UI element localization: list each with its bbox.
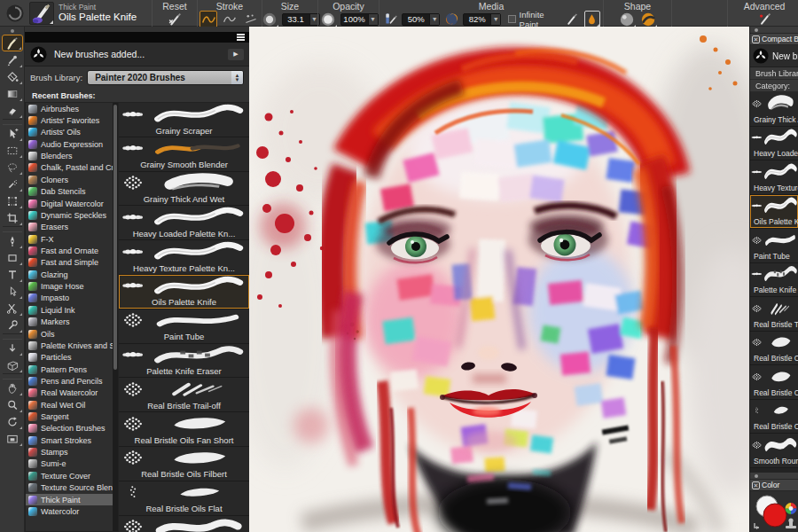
- rp-brush-variant-item[interactable]: Real Bristle Oils Filbert: [750, 365, 798, 400]
- bristle-shape-icon[interactable]: [639, 11, 657, 28]
- dab-preview-icon[interactable]: [5, 4, 25, 23]
- freehand-stroke-button[interactable]: [200, 11, 217, 28]
- brush-category-item[interactable]: Impasto: [26, 293, 118, 304]
- brush-category-item[interactable]: Particles: [26, 352, 118, 364]
- close-icon[interactable]: ✕: [752, 35, 760, 43]
- bleed-swirl-icon[interactable]: [443, 11, 459, 28]
- rect-shape-tool[interactable]: [2, 249, 23, 266]
- rp-new-brushes-banner[interactable]: New brushes added...: [750, 45, 798, 67]
- straight-stroke-button[interactable]: [221, 11, 239, 28]
- magic-wand-tool[interactable]: [2, 176, 23, 192]
- brush-category-item[interactable]: Texture Source Blendi...: [26, 482, 118, 494]
- tool-button[interactable]: [3, 226, 22, 232]
- brush-category-item[interactable]: Dab Stencils: [26, 186, 118, 198]
- dirty-brush-icon[interactable]: [565, 11, 581, 28]
- reset-brush-button[interactable]: [166, 11, 184, 28]
- rp-brush-variant-item[interactable]: Palette Knife Eraser: [750, 263, 798, 298]
- gradient-tool[interactable]: [2, 85, 23, 102]
- brush-category-item[interactable]: Erasers: [26, 222, 118, 233]
- banner-forward-button[interactable]: ▶: [228, 49, 244, 60]
- rp-brush-variant-item[interactable]: Heavy Loaded Palette Kn...: [750, 127, 798, 161]
- category-scrollbar[interactable]: [113, 103, 118, 531]
- brush-category-item[interactable]: Thick Paint: [26, 494, 118, 505]
- canvas[interactable]: [249, 27, 749, 532]
- brush-category-item[interactable]: Fast and Ornate: [26, 245, 118, 256]
- grabber-hand-tool[interactable]: [2, 379, 23, 396]
- rp-brush-variant-item[interactable]: Real Bristle Trail-off: [750, 297, 798, 332]
- color-wheel-icon[interactable]: [786, 503, 797, 514]
- perspective-tool[interactable]: [2, 356, 23, 373]
- close-icon[interactable]: ✕: [752, 481, 760, 489]
- brush-category-item[interactable]: Real Wet Oil: [26, 399, 118, 411]
- brush-category-item[interactable]: Sargent: [26, 411, 118, 422]
- brush-category-item[interactable]: Chalk, Pastel and Cra...: [26, 162, 118, 174]
- rect-select-tool[interactable]: [2, 142, 23, 159]
- opacity-value-box[interactable]: 100% ▼: [340, 13, 379, 26]
- brush-selector-flyout[interactable]: Thick Paint Oils Palette Knife: [0, 0, 149, 26]
- brush-category-item[interactable]: Cloners: [26, 174, 118, 185]
- brush-category-item[interactable]: Blenders: [26, 150, 118, 161]
- advanced-brush-settings-button[interactable]: [755, 11, 773, 28]
- brush-category-item[interactable]: Audio Expression: [26, 138, 118, 150]
- rp-brush-library-label[interactable]: Brush Library:: [750, 67, 798, 80]
- navigator-tool[interactable]: [2, 430, 23, 447]
- rp-brush-variant-item[interactable]: Grainy Thick And Wet: [750, 92, 798, 127]
- layer-adjuster-tool[interactable]: [2, 125, 23, 142]
- brush-category-item[interactable]: Fast and Simple: [26, 257, 118, 269]
- dropdown-stepper-icon[interactable]: ▲▼: [231, 71, 243, 84]
- magnifier-tool[interactable]: [2, 396, 23, 413]
- brush-variant-item[interactable]: Heavy Loaded Palette Kn...: [119, 206, 249, 240]
- resat-value-box[interactable]: 50% ▼: [402, 13, 440, 26]
- text-tool[interactable]: [2, 266, 23, 283]
- opacity-knob-icon[interactable]: [319, 11, 337, 28]
- size-knob-icon[interactable]: [261, 11, 278, 28]
- pen-tool[interactable]: [2, 232, 23, 249]
- brush-variant-item[interactable]: Real Bristle Oils Flat: [119, 481, 249, 516]
- resat-dropdown-arrow[interactable]: ▼: [429, 14, 439, 25]
- main-color-swatch[interactable]: [763, 504, 786, 527]
- brush-panel-titlebar[interactable]: [25, 32, 249, 43]
- brush-category-item[interactable]: Airbrushes: [26, 103, 118, 114]
- stamp-icon[interactable]: [786, 518, 796, 528]
- toolbox-panel-handle[interactable]: [0, 27, 24, 35]
- resaturation-icon[interactable]: [382, 11, 398, 28]
- brush-variant-icon[interactable]: [29, 2, 54, 25]
- paint-bucket-tool[interactable]: [2, 68, 23, 85]
- rp-brush-variant-item[interactable]: Paint Tube: [750, 229, 798, 263]
- brush-category-item[interactable]: Palette Knives and Sp...: [26, 340, 118, 351]
- eraser-tool[interactable]: [2, 102, 23, 119]
- brush-category-item[interactable]: Markers: [26, 316, 118, 327]
- liquid-media-icon[interactable]: [584, 11, 600, 28]
- right-panel-handle[interactable]: [750, 27, 798, 34]
- brush-variant-item[interactable]: Real Bristle Trail-off: [119, 378, 249, 412]
- rp-category-label[interactable]: Category:: [750, 80, 798, 92]
- brush-variant-item[interactable]: Real Bristle Oils Filbert: [119, 447, 249, 481]
- rp-brush-variant-item[interactable]: Oils Palette Knife: [750, 195, 798, 230]
- rotate-page-tool[interactable]: [2, 413, 23, 430]
- opacity-dropdown-arrow[interactable]: ▼: [368, 14, 378, 25]
- tool-button[interactable]: [3, 119, 22, 125]
- rp-brush-variant-item[interactable]: Real Bristle Oils Flat: [750, 400, 798, 434]
- rp-brush-variant-item[interactable]: Heavy Texture Palette Kn...: [750, 160, 798, 195]
- brush-category-item[interactable]: Digital Watercolor: [26, 198, 118, 209]
- brush-variant-item[interactable]: Oils Palette Knife: [119, 275, 249, 309]
- brush-category-item[interactable]: Real Watercolor: [26, 387, 118, 399]
- stroke-options-button[interactable]: [242, 11, 260, 28]
- color-tab[interactable]: ✕ Color: [750, 480, 798, 491]
- brush-variant-item[interactable]: Grainy Scraper: [119, 103, 249, 137]
- brush-tool[interactable]: [2, 35, 23, 51]
- brush-category-item[interactable]: Watercolor: [26, 505, 118, 517]
- checkbox-box[interactable]: [508, 15, 515, 23]
- eyedropper-scope-tool[interactable]: [2, 317, 23, 333]
- brush-variant-item[interactable]: Heavy Texture Palette Kn...: [119, 240, 249, 275]
- brush-category-item[interactable]: Artists' Favorites: [26, 114, 118, 126]
- transform-tool[interactable]: [2, 192, 23, 209]
- color-panel-handle[interactable]: [750, 473, 798, 480]
- brush-variant-item[interactable]: Grainy Thick And Wet: [119, 172, 249, 207]
- bleed-value-box[interactable]: 82% ▼: [463, 13, 501, 26]
- brush-variant-item[interactable]: Palette Knife Eraser: [119, 344, 249, 379]
- brush-category-item[interactable]: Pattern Pens: [26, 364, 118, 375]
- brush-library-dropdown[interactable]: Painter 2020 Brushes ▲▼: [87, 70, 244, 85]
- brush-category-item[interactable]: Dynamic Speckles: [26, 209, 118, 221]
- rp-brush-variant-item[interactable]: Smooth Round Oils: [750, 434, 798, 468]
